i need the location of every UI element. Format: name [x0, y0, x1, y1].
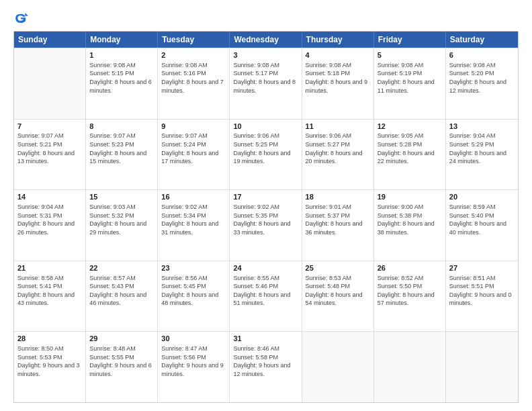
calendar-cell: 7Sunrise: 9:07 AMSunset: 5:21 PMDaylight… [14, 120, 86, 190]
day-number: 18 [306, 192, 370, 202]
day-number: 26 [378, 263, 442, 273]
day-info: Sunrise: 9:08 AMSunset: 5:19 PMDaylight:… [378, 61, 442, 95]
calendar-cell: 27Sunrise: 8:51 AMSunset: 5:51 PMDayligh… [446, 261, 518, 332]
day-number: 4 [306, 50, 370, 60]
day-info: Sunrise: 8:52 AMSunset: 5:50 PMDaylight:… [378, 274, 442, 308]
day-info: Sunrise: 8:57 AMSunset: 5:43 PMDaylight:… [89, 274, 154, 308]
day-info: Sunrise: 9:08 AMSunset: 5:18 PMDaylight:… [306, 61, 370, 95]
calendar-header-cell: Sunday [14, 32, 86, 48]
day-info: Sunrise: 8:58 AMSunset: 5:41 PMDaylight:… [17, 274, 82, 308]
day-info: Sunrise: 9:07 AMSunset: 5:24 PMDaylight:… [161, 132, 226, 165]
day-info: Sunrise: 9:00 AMSunset: 5:38 PMDaylight:… [378, 203, 442, 236]
calendar-cell: 17Sunrise: 9:02 AMSunset: 5:35 PMDayligh… [230, 190, 302, 261]
day-number: 8 [89, 122, 154, 132]
calendar-cell: 4Sunrise: 9:08 AMSunset: 5:18 PMDaylight… [302, 48, 374, 119]
day-number: 12 [378, 122, 442, 132]
day-number: 28 [17, 334, 82, 344]
day-info: Sunrise: 8:50 AMSunset: 5:53 PMDaylight:… [17, 345, 82, 378]
calendar-cell: 23Sunrise: 8:56 AMSunset: 5:45 PMDayligh… [158, 261, 230, 332]
calendar-cell: 13Sunrise: 9:04 AMSunset: 5:29 PMDayligh… [446, 120, 518, 190]
day-number: 15 [89, 192, 154, 202]
day-info: Sunrise: 9:06 AMSunset: 5:25 PMDaylight:… [233, 132, 298, 165]
day-info: Sunrise: 9:08 AMSunset: 5:16 PMDaylight:… [161, 61, 226, 95]
calendar-week: 7Sunrise: 9:07 AMSunset: 5:21 PMDaylight… [14, 119, 518, 190]
day-number: 16 [161, 192, 226, 202]
page: SundayMondayTuesdayWednesdayThursdayFrid… [0, 0, 532, 411]
day-info: Sunrise: 9:06 AMSunset: 5:27 PMDaylight:… [306, 132, 370, 165]
calendar-cell [14, 48, 86, 119]
calendar-cell: 11Sunrise: 9:06 AMSunset: 5:27 PMDayligh… [302, 120, 374, 190]
calendar-cell: 1Sunrise: 9:08 AMSunset: 5:15 PMDaylight… [86, 48, 158, 119]
calendar-cell: 31Sunrise: 8:46 AMSunset: 5:58 PMDayligh… [230, 332, 302, 402]
day-info: Sunrise: 9:04 AMSunset: 5:31 PMDaylight:… [17, 203, 82, 236]
day-info: Sunrise: 9:08 AMSunset: 5:15 PMDaylight:… [89, 61, 154, 95]
day-number: 11 [306, 122, 370, 132]
day-info: Sunrise: 9:04 AMSunset: 5:29 PMDaylight:… [449, 132, 515, 165]
day-info: Sunrise: 9:07 AMSunset: 5:23 PMDaylight:… [89, 132, 154, 165]
day-info: Sunrise: 9:01 AMSunset: 5:37 PMDaylight:… [306, 203, 370, 236]
day-number: 7 [17, 122, 82, 132]
calendar-cell: 18Sunrise: 9:01 AMSunset: 5:37 PMDayligh… [302, 190, 374, 261]
calendar-cell: 6Sunrise: 9:08 AMSunset: 5:20 PMDaylight… [446, 48, 518, 119]
calendar-cell: 8Sunrise: 9:07 AMSunset: 5:23 PMDaylight… [86, 120, 158, 190]
calendar-cell [374, 332, 446, 402]
calendar-week: 1Sunrise: 9:08 AMSunset: 5:15 PMDaylight… [14, 48, 518, 119]
day-number: 6 [449, 50, 515, 60]
calendar-cell: 10Sunrise: 9:06 AMSunset: 5:25 PMDayligh… [230, 120, 302, 190]
day-number: 24 [233, 263, 298, 273]
calendar-cell: 3Sunrise: 9:08 AMSunset: 5:17 PMDaylight… [230, 48, 302, 119]
calendar-header-cell: Saturday [446, 32, 518, 48]
calendar-cell: 14Sunrise: 9:04 AMSunset: 5:31 PMDayligh… [14, 190, 86, 261]
calendar-week: 14Sunrise: 9:04 AMSunset: 5:31 PMDayligh… [14, 189, 518, 261]
calendar-week: 28Sunrise: 8:50 AMSunset: 5:53 PMDayligh… [14, 331, 518, 402]
calendar-header-cell: Tuesday [158, 32, 230, 48]
day-number: 30 [161, 334, 226, 344]
day-number: 25 [306, 263, 370, 273]
day-number: 27 [449, 263, 515, 273]
calendar-header-cell: Monday [86, 32, 158, 48]
day-number: 5 [378, 50, 442, 60]
day-info: Sunrise: 8:56 AMSunset: 5:45 PMDaylight:… [161, 274, 226, 308]
day-number: 3 [233, 50, 298, 60]
day-info: Sunrise: 9:02 AMSunset: 5:34 PMDaylight:… [161, 203, 226, 236]
calendar-cell: 24Sunrise: 8:55 AMSunset: 5:46 PMDayligh… [230, 261, 302, 332]
calendar-week: 21Sunrise: 8:58 AMSunset: 5:41 PMDayligh… [14, 261, 518, 332]
day-number: 10 [233, 122, 298, 132]
calendar-cell: 15Sunrise: 9:03 AMSunset: 5:32 PMDayligh… [86, 190, 158, 261]
calendar-cell: 22Sunrise: 8:57 AMSunset: 5:43 PMDayligh… [86, 261, 158, 332]
day-number: 31 [233, 334, 298, 344]
day-info: Sunrise: 9:03 AMSunset: 5:32 PMDaylight:… [89, 203, 154, 236]
day-info: Sunrise: 8:48 AMSunset: 5:55 PMDaylight:… [89, 345, 154, 378]
calendar-cell: 5Sunrise: 9:08 AMSunset: 5:19 PMDaylight… [374, 48, 446, 119]
day-info: Sunrise: 8:51 AMSunset: 5:51 PMDaylight:… [449, 274, 515, 308]
day-number: 9 [161, 122, 226, 132]
day-info: Sunrise: 9:07 AMSunset: 5:21 PMDaylight:… [17, 132, 82, 165]
calendar-header-cell: Friday [374, 32, 446, 48]
day-number: 20 [449, 192, 515, 202]
day-info: Sunrise: 9:08 AMSunset: 5:17 PMDaylight:… [233, 61, 298, 95]
day-number: 21 [17, 263, 82, 273]
calendar-cell: 12Sunrise: 9:05 AMSunset: 5:28 PMDayligh… [374, 120, 446, 190]
calendar-header: SundayMondayTuesdayWednesdayThursdayFrid… [14, 32, 518, 48]
day-info: Sunrise: 8:55 AMSunset: 5:46 PMDaylight:… [233, 274, 298, 308]
calendar-cell: 2Sunrise: 9:08 AMSunset: 5:16 PMDaylight… [158, 48, 230, 119]
day-number: 17 [233, 192, 298, 202]
day-number: 29 [89, 334, 154, 344]
day-number: 1 [89, 50, 154, 60]
day-info: Sunrise: 8:53 AMSunset: 5:48 PMDaylight:… [306, 274, 370, 308]
day-info: Sunrise: 8:59 AMSunset: 5:40 PMDaylight:… [449, 203, 515, 236]
day-info: Sunrise: 8:47 AMSunset: 5:56 PMDaylight:… [161, 345, 226, 378]
day-number: 14 [17, 192, 82, 202]
calendar-cell: 29Sunrise: 8:48 AMSunset: 5:55 PMDayligh… [86, 332, 158, 402]
calendar-header-cell: Thursday [302, 32, 374, 48]
calendar-cell [446, 332, 518, 402]
day-number: 19 [378, 192, 442, 202]
day-number: 2 [161, 50, 226, 60]
calendar-cell: 20Sunrise: 8:59 AMSunset: 5:40 PMDayligh… [446, 190, 518, 261]
day-number: 23 [161, 263, 226, 273]
calendar-cell: 19Sunrise: 9:00 AMSunset: 5:38 PMDayligh… [374, 190, 446, 261]
day-number: 13 [449, 122, 515, 132]
header [13, 11, 519, 26]
day-number: 22 [89, 263, 154, 273]
day-info: Sunrise: 9:08 AMSunset: 5:20 PMDaylight:… [449, 61, 515, 95]
